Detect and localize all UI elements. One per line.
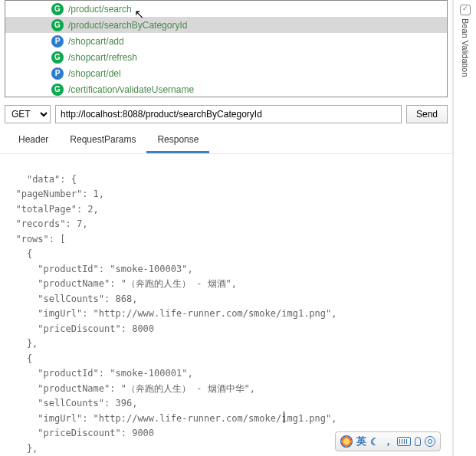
url-input[interactable] bbox=[55, 105, 402, 123]
tab-requestparams[interactable]: RequestParams bbox=[59, 130, 146, 153]
endpoint-row[interactable]: P/shopcart/add bbox=[5, 33, 447, 49]
endpoint-path: /product/search bbox=[68, 4, 132, 15]
endpoint-path: /shopcart/refresh bbox=[68, 52, 137, 63]
endpoint-path: /shopcart/add bbox=[68, 36, 124, 47]
send-button[interactable]: Send bbox=[406, 105, 448, 123]
endpoint-row[interactable]: P/shopcart/del bbox=[5, 65, 447, 81]
bean-validation-label: Bean Validation bbox=[461, 18, 470, 77]
http-method-badge: G bbox=[51, 3, 64, 15]
tab-header[interactable]: Header bbox=[8, 130, 59, 153]
side-tool-window[interactable]: Bean Validation bbox=[453, 0, 476, 456]
ime-mic-icon[interactable] bbox=[415, 437, 421, 446]
ime-punct-indicator[interactable]: ， bbox=[383, 435, 393, 448]
tabs-bar: HeaderRequestParamsResponse bbox=[0, 128, 452, 154]
ime-toolbar[interactable]: 英 ☾ ， bbox=[335, 431, 441, 451]
endpoint-row[interactable]: G/shopcart/refresh bbox=[5, 49, 447, 65]
tab-response[interactable]: Response bbox=[146, 130, 209, 153]
bean-validation-icon bbox=[460, 5, 471, 15]
ime-keyboard-icon[interactable] bbox=[397, 437, 411, 446]
http-method-badge: P bbox=[51, 67, 64, 80]
endpoint-row[interactable]: G/product/search bbox=[5, 1, 447, 17]
ime-moon-icon[interactable]: ☾ bbox=[370, 436, 379, 448]
endpoint-path: /certification/validateUsername bbox=[68, 84, 194, 95]
text-caret bbox=[284, 412, 284, 423]
endpoint-path: /product/searchByCategoryId bbox=[68, 20, 187, 31]
http-method-select[interactable]: GET bbox=[5, 105, 51, 123]
response-body[interactable]: "data": { "pageNumber": 1, "totalPage": … bbox=[0, 154, 452, 456]
endpoint-row[interactable]: G/certification/validateUsername bbox=[5, 81, 447, 97]
endpoint-path: /shopcart/del bbox=[68, 68, 121, 79]
request-bar: GET Send bbox=[0, 102, 452, 128]
ime-settings-icon[interactable] bbox=[425, 436, 435, 447]
http-method-badge: P bbox=[51, 35, 64, 48]
ime-logo-icon bbox=[340, 435, 353, 448]
http-method-badge: G bbox=[51, 84, 64, 96]
endpoint-row[interactable]: G/product/searchByCategoryId bbox=[5, 17, 447, 33]
ime-lang-indicator[interactable]: 英 bbox=[356, 435, 366, 448]
http-method-badge: G bbox=[51, 19, 64, 31]
endpoints-list[interactable]: G/product/searchG/product/searchByCatego… bbox=[5, 0, 448, 97]
http-method-badge: G bbox=[51, 51, 64, 64]
